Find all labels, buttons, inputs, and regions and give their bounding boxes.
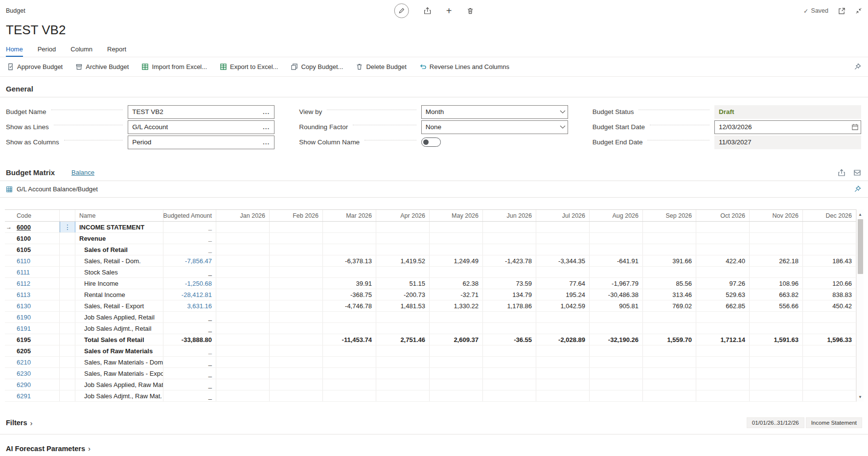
header-code[interactable]: Code	[13, 210, 60, 221]
month-amount-cell[interactable]	[216, 233, 270, 244]
pin-icon[interactable]	[854, 63, 861, 70]
month-amount-cell[interactable]	[750, 345, 803, 356]
month-amount-cell[interactable]	[696, 222, 750, 232]
month-amount-cell[interactable]	[483, 368, 536, 379]
table-row[interactable]: 6112Hire Income-1,250.6839.9151.1562.387…	[5, 278, 856, 289]
budgeted-amount-cell[interactable]: _	[163, 323, 216, 334]
budgeted-amount-cell[interactable]: _	[163, 267, 216, 277]
import-from-excel-button[interactable]: Import from Excel...	[141, 63, 207, 70]
month-amount-cell[interactable]	[376, 368, 430, 379]
month-amount-cell[interactable]	[590, 222, 643, 232]
account-code-link[interactable]: 6113	[13, 289, 60, 300]
month-amount-cell[interactable]	[270, 278, 323, 289]
month-amount-cell[interactable]	[270, 300, 323, 311]
month-amount-cell[interactable]	[323, 357, 376, 367]
account-code-link[interactable]: 6290	[13, 379, 60, 390]
month-amount-cell[interactable]: 662.85	[696, 300, 750, 311]
rounding-factor-select[interactable]: None	[421, 120, 568, 134]
month-amount-cell[interactable]	[696, 323, 750, 334]
budgeted-amount-cell[interactable]: -7,856.47	[163, 255, 216, 266]
month-amount-cell[interactable]	[270, 390, 323, 401]
budgeted-amount-cell[interactable]: _	[163, 345, 216, 356]
month-amount-cell[interactable]: -36.55	[483, 334, 536, 345]
month-amount-cell[interactable]: -32,190.26	[590, 334, 643, 345]
month-amount-cell[interactable]	[590, 244, 643, 255]
account-code-link[interactable]: 6112	[13, 278, 60, 289]
month-amount-cell[interactable]	[590, 390, 643, 401]
month-amount-cell[interactable]	[803, 267, 856, 277]
budgeted-amount-cell[interactable]: _	[163, 222, 216, 232]
month-amount-cell[interactable]: 108.96	[750, 278, 803, 289]
month-amount-cell[interactable]	[376, 244, 430, 255]
month-amount-cell[interactable]	[750, 379, 803, 390]
month-amount-cell[interactable]	[430, 267, 483, 277]
month-amount-cell[interactable]	[536, 345, 590, 356]
account-code-link[interactable]: 6100	[13, 233, 60, 244]
month-amount-cell[interactable]	[430, 312, 483, 322]
month-amount-cell[interactable]	[270, 222, 323, 232]
new-icon[interactable]: +	[446, 6, 452, 16]
month-amount-cell[interactable]	[483, 357, 536, 367]
month-amount-cell[interactable]	[590, 368, 643, 379]
month-amount-cell[interactable]	[270, 255, 323, 266]
table-row[interactable]: 6290Job Sales Applied, Raw Mat._	[5, 379, 856, 390]
month-amount-cell[interactable]	[483, 312, 536, 322]
month-amount-cell[interactable]	[803, 390, 856, 401]
copy-budget-button[interactable]: Copy Budget...	[291, 63, 343, 70]
filters-section[interactable]: Filters › 01/01/26..31/12/26 Income Stat…	[0, 412, 868, 434]
month-amount-cell[interactable]: 120.66	[803, 278, 856, 289]
month-amount-cell[interactable]	[483, 267, 536, 277]
scrollbar-thumb[interactable]	[858, 219, 863, 274]
account-code-link[interactable]: 6191	[13, 323, 60, 334]
month-amount-cell[interactable]	[750, 368, 803, 379]
month-amount-cell[interactable]	[270, 244, 323, 255]
month-amount-cell[interactable]	[430, 368, 483, 379]
chevron-down-icon[interactable]	[560, 125, 566, 129]
month-amount-cell[interactable]	[803, 368, 856, 379]
month-amount-cell[interactable]: -641.91	[590, 255, 643, 266]
month-amount-cell[interactable]	[696, 312, 750, 322]
budget-name-input[interactable]: TEST VB2 ...	[128, 105, 274, 119]
header-month[interactable]: Jun 2026	[483, 210, 536, 221]
approve-budget-button[interactable]: Approve Budget	[7, 63, 63, 70]
month-amount-cell[interactable]	[696, 345, 750, 356]
month-amount-cell[interactable]	[216, 357, 270, 367]
account-code-link[interactable]: 6190	[13, 312, 60, 322]
vertical-scrollbar[interactable]: ▲ ▼	[856, 209, 864, 402]
month-amount-cell[interactable]	[696, 368, 750, 379]
balance-link[interactable]: Balance	[71, 169, 94, 176]
header-month[interactable]: May 2026	[430, 210, 483, 221]
month-amount-cell[interactable]: 39.91	[323, 278, 376, 289]
table-row[interactable]: →6000⋮INCOME STATEMENT_	[5, 222, 856, 233]
tab-column[interactable]: Column	[70, 43, 92, 57]
budgeted-amount-cell[interactable]: _	[163, 312, 216, 322]
month-amount-cell[interactable]	[270, 233, 323, 244]
matrix-pin-icon[interactable]	[854, 185, 861, 193]
month-amount-cell[interactable]	[216, 289, 270, 300]
month-amount-cell[interactable]: 905.81	[590, 300, 643, 311]
month-amount-cell[interactable]	[750, 222, 803, 232]
month-amount-cell[interactable]	[270, 379, 323, 390]
month-amount-cell[interactable]	[376, 267, 430, 277]
account-code-link[interactable]: 6210	[13, 357, 60, 367]
month-amount-cell[interactable]	[590, 379, 643, 390]
month-amount-cell[interactable]: -3,344.35	[536, 255, 590, 266]
month-amount-cell[interactable]: 2,751.46	[376, 334, 430, 345]
month-amount-cell[interactable]	[323, 267, 376, 277]
budgeted-amount-cell[interactable]: 3,631.16	[163, 300, 216, 311]
month-amount-cell[interactable]	[430, 357, 483, 367]
month-amount-cell[interactable]	[216, 368, 270, 379]
month-amount-cell[interactable]	[536, 390, 590, 401]
month-amount-cell[interactable]: 313.46	[643, 289, 696, 300]
month-amount-cell[interactable]: 769.02	[643, 300, 696, 311]
month-amount-cell[interactable]	[323, 323, 376, 334]
scroll-up-button[interactable]: ▲	[857, 210, 864, 218]
month-amount-cell[interactable]	[803, 323, 856, 334]
month-amount-cell[interactable]: -368.75	[323, 289, 376, 300]
table-row[interactable]: 6195Total Sales of Retail-33,888.80-11,4…	[5, 334, 856, 345]
month-amount-cell[interactable]	[323, 368, 376, 379]
month-amount-cell[interactable]: 134.79	[483, 289, 536, 300]
budgeted-amount-cell[interactable]: _	[163, 379, 216, 390]
month-amount-cell[interactable]: -32.71	[430, 289, 483, 300]
month-amount-cell[interactable]	[323, 244, 376, 255]
